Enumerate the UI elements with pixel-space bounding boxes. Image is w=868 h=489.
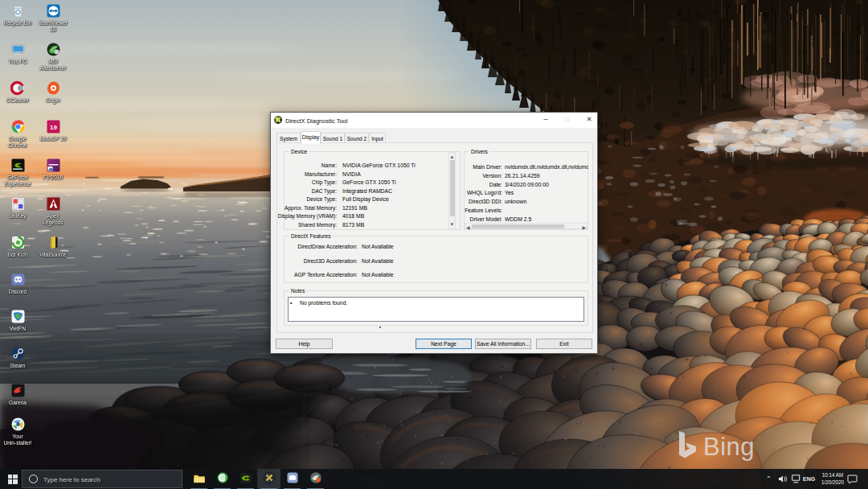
svg-text:19: 19 (50, 124, 57, 131)
